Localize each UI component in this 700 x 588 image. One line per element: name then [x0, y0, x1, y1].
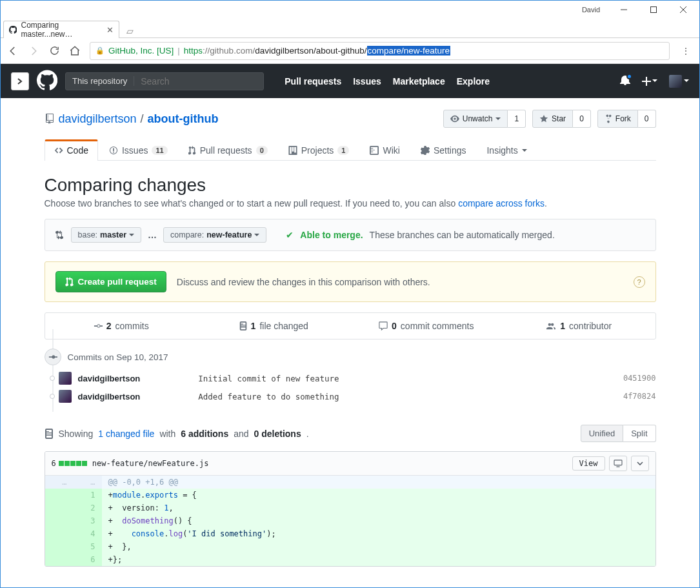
commit-row[interactable]: davidgilbertson Added feature to do some… [45, 387, 656, 405]
expand-sidebar-button[interactable] [11, 72, 29, 90]
new-tab-button[interactable]: ▱ [123, 25, 136, 37]
file-path[interactable]: new-feature/newFeature.js [92, 459, 209, 468]
browser-tab[interactable]: Comparing master...new… ✕ [3, 21, 119, 38]
address-bar[interactable]: 🔒 GitHub, Inc. [US] | https://github.com… [90, 42, 670, 60]
range-editor: base: master … compare: new-feature ✔ Ab… [45, 219, 656, 251]
window-titlebar: David [1, 1, 699, 19]
nav-pulls[interactable]: Pull requests [285, 76, 341, 86]
github-favicon-icon [9, 25, 17, 34]
page-subtitle: Choose two branches to see what's change… [45, 198, 656, 208]
page-title: Comparing changes [45, 175, 656, 196]
base-branch-button[interactable]: base: master [71, 227, 142, 243]
window-maximize[interactable] [639, 1, 668, 19]
check-icon: ✔ [286, 230, 294, 240]
diffstat: 6 [52, 459, 87, 468]
commit-message[interactable]: Initial commit of new feature [198, 374, 339, 383]
star-icon [539, 114, 548, 123]
commit-sha[interactable]: 0451900 [623, 374, 656, 383]
commit-date-label: Commits on Sep 10, 2017 [68, 352, 168, 362]
browser-menu[interactable]: ⋮ [679, 46, 693, 56]
search-scope-label: This repository [66, 76, 134, 86]
window-close[interactable] [668, 1, 698, 19]
url-selected: compare/new-feature [367, 46, 451, 56]
mergeable-label: Able to merge. [300, 230, 363, 240]
watch-count[interactable]: 1 [508, 110, 526, 128]
tab-insights[interactable]: Insights [477, 139, 536, 161]
compare-forks-link[interactable]: compare across forks [458, 198, 545, 208]
discuss-text: Discuss and review the changes in this c… [177, 277, 430, 287]
diff-toc: Showing 1 changed file with 6 additions … [45, 425, 656, 442]
repo-nav: Code Issues11 Pull requests0 Projects1 W… [45, 139, 656, 161]
help-icon[interactable]: ? [634, 276, 645, 288]
commit-author[interactable]: davidgilbertson [78, 374, 141, 383]
compare-stats: 2commits 1file changed 0commit comments … [45, 312, 656, 340]
tab-issues[interactable]: Issues11 [99, 139, 177, 161]
commit-row[interactable]: davidgilbertson Initial commit of new fe… [45, 369, 656, 387]
url-scheme: https [184, 46, 203, 56]
create-pr-box: Create pull request Discuss and review t… [45, 261, 656, 302]
nav-explore[interactable]: Explore [457, 76, 490, 86]
stat-files[interactable]: 1file changed [197, 313, 350, 339]
tab-pulls[interactable]: Pull requests0 [179, 139, 277, 161]
diff-line: + }, [102, 540, 655, 553]
home-button[interactable] [69, 45, 81, 57]
tab-projects[interactable]: Projects1 [279, 139, 359, 161]
back-button[interactable] [7, 45, 19, 57]
git-compare-icon [54, 230, 65, 240]
unwatch-button[interactable]: Unwatch [443, 110, 508, 128]
lock-icon: 🔒 [95, 46, 105, 55]
fork-button[interactable]: Fork [597, 110, 638, 128]
file-header: 6 new-feature/newFeature.js View [45, 452, 655, 476]
notifications-icon[interactable] [620, 75, 630, 87]
tab-wiki[interactable]: Wiki [360, 139, 409, 161]
github-logo-icon[interactable] [37, 70, 57, 92]
search-input[interactable] [134, 76, 263, 86]
notification-dot-icon [626, 74, 632, 79]
split-button[interactable]: Split [623, 425, 655, 442]
tab-close-icon[interactable]: ✕ [106, 25, 114, 35]
owner-link[interactable]: davidgilbertson [59, 112, 137, 126]
file-icon [45, 429, 54, 439]
desktop-icon[interactable] [609, 456, 627, 471]
changed-files-link[interactable]: 1 changed file [98, 429, 154, 439]
user-menu[interactable] [669, 75, 689, 88]
stat-contributors[interactable]: 1contributor [503, 313, 655, 339]
commit-date-icon [45, 349, 61, 365]
mergeable-detail: These branches can be automatically merg… [370, 230, 555, 240]
commit-author[interactable]: davidgilbertson [78, 392, 141, 401]
star-count[interactable]: 0 [573, 110, 591, 128]
window-user: David [582, 6, 600, 14]
unified-button[interactable]: Unified [581, 425, 623, 442]
nav-issues[interactable]: Issues [353, 76, 381, 86]
repo-icon [45, 114, 55, 124]
github-header: This repository Pull requests Issues Mar… [1, 64, 699, 98]
tab-settings[interactable]: Settings [411, 139, 476, 161]
forward-button[interactable] [28, 45, 39, 57]
browser-tabstrip: Comparing master...new… ✕ ▱ [1, 19, 699, 38]
repo-link[interactable]: about-github [148, 112, 219, 125]
star-button[interactable]: Star [532, 110, 573, 128]
create-menu[interactable] [642, 77, 657, 86]
diff-line: + version: 1, [102, 502, 655, 514]
reload-button[interactable] [48, 45, 60, 57]
stat-commits[interactable]: 2commits [45, 313, 198, 339]
diff-line: +}; [102, 553, 655, 566]
create-pull-request-button[interactable]: Create pull request [55, 271, 166, 292]
diff-line: +module.exports = { [102, 489, 655, 502]
stat-comments[interactable]: 0commit comments [350, 313, 503, 339]
tab-code[interactable]: Code [45, 139, 98, 161]
commit-message[interactable]: Added feature to do something [198, 392, 339, 401]
url-org: GitHub, Inc. [US] [108, 46, 174, 56]
fork-count[interactable]: 0 [638, 110, 656, 128]
search-scope[interactable]: This repository [65, 72, 264, 90]
view-file-button[interactable]: View [572, 456, 605, 471]
diff-table: ……@@ -0,0 +1,6 @@ 1+module.exports = {2+… [45, 476, 655, 566]
git-pull-request-icon [65, 277, 74, 287]
window-minimize[interactable] [609, 1, 639, 19]
dots-icon: … [148, 230, 157, 240]
compare-branch-button[interactable]: compare: new-feature [163, 227, 266, 243]
chevron-down-icon[interactable] [631, 456, 649, 471]
nav-marketplace[interactable]: Marketplace [393, 76, 445, 86]
commit-sha[interactable]: 4f70824 [623, 392, 656, 401]
fork-icon [605, 114, 612, 123]
